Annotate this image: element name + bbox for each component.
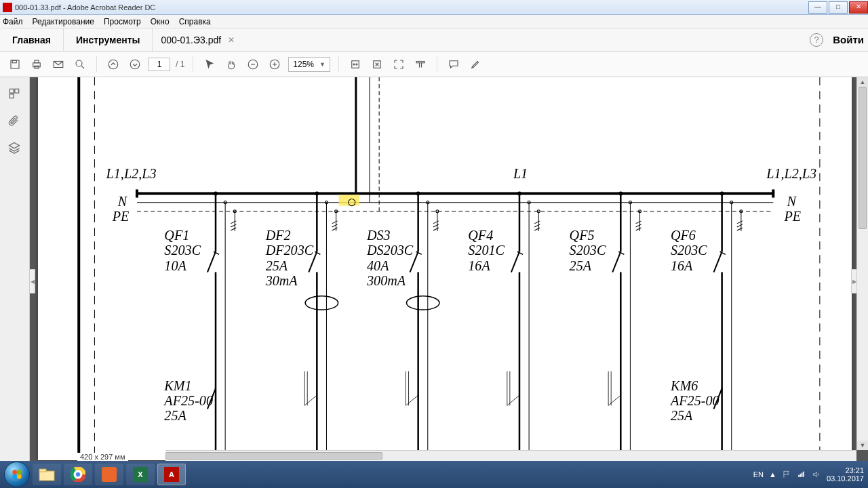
maximize-button[interactable]: □ bbox=[829, 1, 848, 14]
svg-text:AF25-00: AF25-00 bbox=[163, 393, 213, 408]
page-total: / 1 bbox=[176, 60, 184, 69]
menu-edit[interactable]: Редактирование bbox=[33, 17, 94, 26]
svg-point-81 bbox=[407, 296, 439, 310]
svg-text:QF4: QF4 bbox=[468, 228, 493, 243]
svg-line-79 bbox=[433, 224, 439, 227]
taskbar: X A EN ▲ 23:2103.10.2017 bbox=[0, 461, 868, 488]
menu-help[interactable]: Справка bbox=[179, 17, 211, 26]
tray-network-icon[interactable] bbox=[797, 470, 806, 479]
menu-window[interactable]: Окно bbox=[151, 17, 170, 26]
svg-text:25A: 25A bbox=[164, 408, 186, 423]
svg-point-6 bbox=[76, 60, 82, 66]
separator bbox=[96, 56, 97, 73]
svg-line-88 bbox=[511, 251, 519, 272]
arrow-cursor-icon[interactable] bbox=[201, 56, 218, 73]
svg-line-96 bbox=[534, 224, 540, 227]
document-viewport[interactable]: L1,L2,L3L1L1,L2,L3NPENPEQF1S203C10ADF2DF… bbox=[30, 77, 868, 461]
svg-text:QF1: QF1 bbox=[164, 228, 189, 243]
comment-icon[interactable] bbox=[446, 56, 462, 73]
svg-line-125 bbox=[737, 221, 743, 224]
tray-sound-icon[interactable] bbox=[812, 470, 821, 479]
fullscreen-icon[interactable] bbox=[391, 56, 407, 73]
svg-line-39 bbox=[208, 251, 216, 272]
svg-line-46 bbox=[231, 221, 236, 224]
tab-document[interactable]: 000-01.Э3.pdf ✕ bbox=[153, 28, 243, 51]
pdf-icon bbox=[3, 3, 12, 12]
svg-text:S201C: S201C bbox=[468, 243, 505, 258]
svg-line-61 bbox=[332, 221, 338, 224]
horizontal-scrollbar[interactable] bbox=[165, 450, 856, 461]
svg-line-110 bbox=[635, 221, 641, 224]
document-page: L1,L2,L3L1L1,L2,L3NPENPEQF1S203C10ADF2DF… bbox=[38, 77, 852, 460]
content-area: ◀ L1,L2,L3L1L1,L2,L3NPENPEQF1S203C10ADF2… bbox=[0, 77, 868, 461]
svg-text:S203C: S203C bbox=[570, 243, 606, 258]
svg-text:AF25-00: AF25-00 bbox=[669, 393, 719, 408]
svg-line-48 bbox=[231, 228, 236, 230]
svg-line-111 bbox=[635, 224, 641, 227]
svg-point-154 bbox=[17, 474, 22, 479]
svg-rect-14 bbox=[9, 89, 14, 93]
zoom-in-icon[interactable] bbox=[267, 56, 283, 73]
taskbar-acrobat-icon[interactable]: A bbox=[157, 464, 186, 485]
svg-line-63 bbox=[332, 228, 338, 230]
close-button[interactable]: ✕ bbox=[849, 1, 868, 14]
tray-chevron-icon[interactable]: ▲ bbox=[769, 470, 776, 479]
start-button[interactable] bbox=[4, 462, 30, 487]
tray-language[interactable]: EN bbox=[753, 470, 764, 479]
tab-close-icon[interactable]: ✕ bbox=[228, 35, 235, 45]
signin-button[interactable]: Войти bbox=[833, 34, 864, 45]
svg-line-95 bbox=[534, 221, 540, 224]
separator bbox=[193, 56, 193, 73]
svg-line-103 bbox=[612, 251, 620, 272]
svg-text:N: N bbox=[117, 194, 128, 209]
reading-mode-icon[interactable] bbox=[412, 56, 429, 73]
print-icon[interactable] bbox=[28, 56, 45, 73]
toolbar: / 1 125%▼ bbox=[0, 52, 868, 77]
taskbar-app1-icon[interactable] bbox=[95, 464, 123, 485]
svg-text:KM1: KM1 bbox=[163, 378, 191, 393]
svg-line-126 bbox=[737, 224, 743, 227]
svg-line-47 bbox=[231, 224, 236, 227]
svg-text:DF2: DF2 bbox=[265, 228, 291, 243]
hand-icon[interactable] bbox=[223, 56, 239, 73]
svg-line-118 bbox=[714, 251, 722, 272]
system-tray[interactable]: EN ▲ 23:2103.10.2017 bbox=[753, 466, 864, 483]
zoom-out-icon[interactable] bbox=[245, 56, 261, 73]
separator bbox=[338, 56, 339, 73]
taskbar-explorer-icon[interactable] bbox=[33, 464, 61, 485]
menu-view[interactable]: Просмотр bbox=[104, 17, 141, 26]
tools-pane-handle[interactable]: ▶ bbox=[851, 269, 856, 293]
tray-clock[interactable]: 23:2103.10.2017 bbox=[827, 466, 864, 483]
svg-line-80 bbox=[433, 228, 439, 230]
layers-icon[interactable] bbox=[7, 141, 22, 156]
separator bbox=[437, 56, 437, 73]
taskbar-excel-icon[interactable]: X bbox=[126, 464, 155, 485]
svg-text:25A: 25A bbox=[266, 258, 288, 273]
attachments-icon[interactable] bbox=[7, 114, 22, 129]
search-icon[interactable] bbox=[72, 56, 88, 73]
tray-flag-icon[interactable] bbox=[782, 470, 791, 479]
page-input[interactable] bbox=[149, 58, 170, 71]
thumbnails-icon[interactable] bbox=[7, 87, 22, 102]
fit-width-icon[interactable] bbox=[347, 56, 363, 73]
fit-page-icon[interactable] bbox=[369, 56, 385, 73]
save-icon[interactable] bbox=[7, 56, 23, 73]
vertical-scrollbar[interactable]: ▲ ▼ bbox=[856, 77, 868, 450]
zoom-select[interactable]: 125%▼ bbox=[288, 57, 330, 72]
page-down-icon[interactable] bbox=[127, 56, 143, 73]
tab-home[interactable]: Главная bbox=[0, 28, 64, 51]
svg-text:KM6: KM6 bbox=[670, 378, 698, 393]
menu-file[interactable]: Файл bbox=[3, 17, 23, 26]
tab-tools[interactable]: Инструменты bbox=[64, 28, 153, 51]
svg-rect-13 bbox=[416, 61, 425, 62]
help-icon[interactable]: ? bbox=[810, 33, 823, 47]
svg-text:L1: L1 bbox=[513, 166, 528, 181]
svg-text:40A: 40A bbox=[367, 258, 389, 273]
mail-icon[interactable] bbox=[50, 56, 66, 73]
taskbar-chrome-icon[interactable] bbox=[64, 464, 92, 485]
page-up-icon[interactable] bbox=[105, 56, 121, 73]
svg-text:16A: 16A bbox=[468, 258, 490, 273]
svg-text:DF203C: DF203C bbox=[265, 243, 314, 258]
highlight-icon[interactable] bbox=[467, 56, 484, 73]
minimize-button[interactable]: — bbox=[808, 1, 827, 14]
